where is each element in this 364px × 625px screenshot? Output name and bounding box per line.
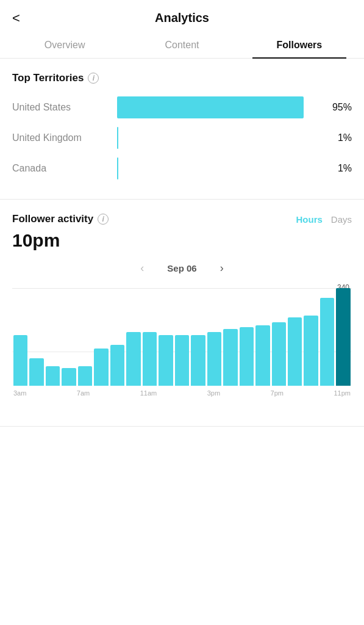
chart-bar-20 bbox=[336, 288, 350, 386]
chart-bar-8 bbox=[143, 332, 157, 386]
chart-bar-19 bbox=[320, 298, 334, 386]
chart-bar-18 bbox=[304, 316, 318, 386]
page-title: Analytics bbox=[155, 11, 209, 25]
activity-info-icon[interactable]: i bbox=[98, 214, 109, 225]
chart-bar-col-3 bbox=[62, 288, 76, 386]
chart-bar-col-9 bbox=[159, 288, 173, 386]
top-territories-title: Top Territories i bbox=[12, 72, 352, 84]
territory-row-us: United States 95% bbox=[12, 96, 352, 118]
chart-bar-col-13 bbox=[223, 288, 237, 386]
chart-bar-9 bbox=[159, 335, 173, 386]
chart-bar-0 bbox=[13, 335, 27, 386]
chart-bar-3 bbox=[62, 368, 76, 386]
tab-bar: Overview Content Followers bbox=[0, 32, 364, 59]
x-label-11pm: 11pm bbox=[334, 389, 351, 397]
chart-bar-col-18 bbox=[304, 288, 318, 386]
tab-content[interactable]: Content bbox=[123, 32, 240, 58]
chart-bar-13 bbox=[223, 329, 237, 386]
activity-tab-days[interactable]: Days bbox=[331, 214, 352, 225]
territory-bar-uk bbox=[117, 127, 320, 149]
top-territories-info-icon[interactable]: i bbox=[88, 73, 99, 84]
territory-row-uk: United Kingdom 1% bbox=[12, 127, 352, 149]
chart-bar-col-0 bbox=[13, 288, 27, 386]
chart-bar-11 bbox=[191, 335, 205, 386]
header: < Analytics bbox=[0, 0, 364, 32]
territory-bar-canada bbox=[117, 157, 320, 179]
date-prev-button[interactable]: ‹ bbox=[135, 259, 149, 277]
x-label-3am: 3am bbox=[13, 389, 26, 397]
chart-bar-col-2 bbox=[46, 288, 60, 386]
chart-bar-col-7 bbox=[126, 288, 140, 386]
territory-name-us: United States bbox=[12, 102, 110, 113]
x-label-11am: 11am bbox=[140, 389, 157, 397]
chart-bar-16 bbox=[272, 322, 286, 386]
chart-bar-col-15 bbox=[255, 288, 269, 386]
tab-followers[interactable]: Followers bbox=[241, 32, 358, 58]
x-label-7am: 7am bbox=[77, 389, 90, 397]
chart-bar-6 bbox=[110, 345, 124, 386]
top-territories-section: Top Territories i United States 95% Unit… bbox=[0, 59, 364, 200]
chart-bars-container bbox=[12, 288, 352, 386]
territory-row-canada: Canada 1% bbox=[12, 157, 352, 179]
activity-title: Follower activity bbox=[12, 213, 93, 225]
chart-bar-17 bbox=[288, 317, 302, 386]
chart-bar-col-6 bbox=[110, 288, 124, 386]
chart-bar-15 bbox=[255, 325, 269, 386]
territory-pct-uk: 1% bbox=[327, 132, 352, 143]
territory-name-uk: United Kingdom bbox=[12, 132, 110, 143]
territory-bar-us bbox=[117, 96, 320, 118]
chart-bar-col-12 bbox=[207, 288, 221, 386]
chart-bar-1 bbox=[29, 358, 43, 386]
chart-bar-7 bbox=[126, 332, 140, 386]
chart-bar-col-10 bbox=[175, 288, 189, 386]
date-navigation: ‹ Sep 06 › bbox=[12, 259, 352, 277]
chart-bar-12 bbox=[207, 332, 221, 386]
chart-bar-col-1 bbox=[29, 288, 43, 386]
chart-bar-5 bbox=[94, 349, 108, 386]
territory-pct-canada: 1% bbox=[327, 163, 352, 174]
chart-bar-10 bbox=[175, 335, 189, 386]
chart-bar-col-14 bbox=[240, 288, 254, 386]
chart-bar-col-11 bbox=[191, 288, 205, 386]
date-next-button[interactable]: › bbox=[215, 259, 229, 277]
chart-bar-col-19 bbox=[320, 288, 334, 386]
chart-bar-col-4 bbox=[78, 288, 92, 386]
activity-view-tabs: Hours Days bbox=[296, 214, 352, 225]
territory-name-canada: Canada bbox=[12, 163, 110, 174]
tab-overview[interactable]: Overview bbox=[6, 32, 123, 58]
back-button[interactable]: < bbox=[12, 10, 20, 26]
chart-bar-col-20 bbox=[336, 288, 350, 386]
chart-bar-14 bbox=[240, 327, 254, 386]
chart-bar-4 bbox=[78, 366, 92, 386]
chart-bar-col-8 bbox=[143, 288, 157, 386]
date-label: Sep 06 bbox=[167, 263, 196, 273]
chart-x-labels: 3am 7am 11am 3pm 7pm 11pm bbox=[12, 386, 352, 397]
activity-tab-hours[interactable]: Hours bbox=[296, 214, 322, 225]
activity-chart: 340 3am 7am 11am 3pm 7pm 11pm bbox=[12, 288, 352, 415]
activity-header: Follower activity i Hours Days bbox=[12, 213, 352, 225]
follower-activity-section: Follower activity i Hours Days 10pm ‹ Se… bbox=[0, 200, 364, 427]
chart-bar-col-5 bbox=[94, 288, 108, 386]
peak-time-label: 10pm bbox=[12, 230, 352, 251]
territory-pct-us: 95% bbox=[327, 102, 352, 113]
chart-bar-col-16 bbox=[272, 288, 286, 386]
x-label-3pm: 3pm bbox=[207, 389, 220, 397]
x-label-7pm: 7pm bbox=[271, 389, 284, 397]
chart-bar-2 bbox=[46, 366, 60, 386]
activity-title-group: Follower activity i bbox=[12, 213, 109, 225]
chart-bar-col-17 bbox=[288, 288, 302, 386]
